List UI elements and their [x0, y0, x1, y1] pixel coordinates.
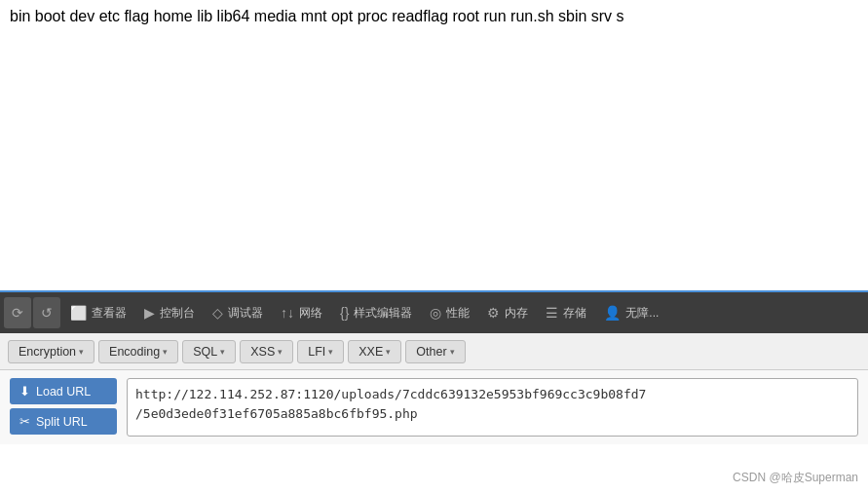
bottom-area: ⬇ Load URL ✂ Split URL http://122.114.25… — [0, 370, 868, 444]
encryption-btn[interactable]: Encryption▾ — [8, 340, 94, 363]
chevron-down-icon: ▾ — [79, 347, 84, 357]
chevron-down-icon: ▾ — [450, 347, 455, 357]
split-icon: ✂ — [19, 414, 30, 429]
action-buttons: ⬇ Load URL ✂ Split URL — [10, 378, 117, 435]
storage-icon: ☰ — [546, 305, 558, 321]
devtools-tab-label-console: 控制台 — [160, 305, 195, 322]
devtools-tab-label-network: 网络 — [299, 305, 322, 322]
xxe-btn[interactable]: XXE▾ — [348, 340, 401, 363]
devtools-tab-debugger[interactable]: ◇调试器 — [205, 297, 271, 328]
other-btn[interactable]: Other▾ — [405, 340, 465, 363]
devtools-tab-console[interactable]: ▶控制台 — [136, 297, 203, 328]
devtools-tab-label-style-editor: 样式编辑器 — [354, 305, 412, 322]
chevron-down-icon: ▾ — [163, 347, 168, 357]
url-input[interactable]: http://122.114.252.87:1120/uploads/7cddc… — [127, 378, 858, 437]
load-url-label: Load URL — [36, 385, 91, 399]
filesystem-text: bin boot dev etc flag home lib lib64 med… — [10, 8, 624, 24]
chevron-down-icon: ▾ — [278, 347, 283, 357]
devtools-tab-network[interactable]: ↑↓网络 — [273, 297, 330, 328]
devtools-tab-label-inspector: 查看器 — [92, 305, 127, 322]
security-toolbar: Encryption▾Encoding▾SQL▾XSS▾LFI▾XXE▾Othe… — [0, 333, 868, 370]
devtools-toolbar: ⟳ ↺⬜查看器▶控制台◇调试器↑↓网络{}样式编辑器◎性能⚙内存☰存储👤无障..… — [0, 292, 868, 333]
devtools-tab-performance[interactable]: ◎性能 — [422, 297, 477, 328]
encoding-btn[interactable]: Encoding▾ — [98, 340, 178, 363]
performance-icon: ◎ — [430, 305, 441, 321]
xss-btn-label: XSS — [250, 345, 275, 359]
devtools-tabs: ↺⬜查看器▶控制台◇调试器↑↓网络{}样式编辑器◎性能⚙内存☰存储👤无障... — [33, 297, 666, 328]
console-icon: ▶ — [144, 305, 155, 321]
refresh-icon: ↺ — [41, 305, 53, 321]
filesystem-output: bin boot dev etc flag home lib lib64 med… — [0, 0, 868, 292]
sql-btn[interactable]: SQL▾ — [182, 340, 236, 363]
style-editor-icon: {} — [340, 305, 349, 321]
devtools-tab-label-performance: 性能 — [446, 305, 470, 322]
devtools-tab-label-accessibility: 无障... — [625, 305, 659, 322]
memory-icon: ⚙ — [487, 305, 500, 321]
split-url-button[interactable]: ✂ Split URL — [10, 408, 117, 435]
devtools-tab-accessibility[interactable]: 👤无障... — [596, 297, 666, 328]
devtools-tab-storage[interactable]: ☰存储 — [538, 297, 594, 328]
lfi-btn-label: LFI — [308, 345, 325, 359]
refresh-icon: ⟳ — [12, 305, 23, 321]
devtools-tab-inspector[interactable]: ⬜查看器 — [62, 297, 134, 328]
lfi-btn[interactable]: LFI▾ — [297, 340, 344, 363]
inspector-icon: ⬜ — [70, 305, 87, 321]
xxe-btn-label: XXE — [359, 345, 383, 359]
watermark: CSDN @哈皮Superman — [733, 470, 858, 486]
load-url-button[interactable]: ⬇ Load URL — [10, 378, 117, 404]
devtools-tab-label-memory: 内存 — [505, 305, 528, 322]
chevron-down-icon: ▾ — [220, 347, 225, 357]
network-icon: ↑↓ — [281, 305, 294, 321]
download-icon: ⬇ — [19, 384, 30, 399]
devtools-tab-refresh[interactable]: ⟳ — [4, 297, 31, 328]
accessibility-icon: 👤 — [604, 305, 621, 321]
chevron-down-icon: ▾ — [386, 347, 391, 357]
other-btn-label: Other — [416, 345, 446, 359]
security-buttons: Encryption▾Encoding▾SQL▾XSS▾LFI▾XXE▾Othe… — [8, 340, 466, 363]
devtools-tab-memory[interactable]: ⚙内存 — [479, 297, 536, 328]
chevron-down-icon: ▾ — [328, 347, 333, 357]
split-url-label: Split URL — [36, 415, 88, 429]
devtools-tab-label-storage: 存储 — [563, 305, 586, 322]
devtools-tab-style-editor[interactable]: {}样式编辑器 — [332, 297, 420, 328]
xss-btn[interactable]: XSS▾ — [240, 340, 293, 363]
encoding-btn-label: Encoding — [109, 345, 160, 359]
devtools-tab-label-debugger: 调试器 — [228, 305, 263, 322]
encryption-btn-label: Encryption — [19, 345, 76, 359]
sql-btn-label: SQL — [193, 345, 217, 359]
debugger-icon: ◇ — [212, 305, 223, 321]
devtools-tab-refresh[interactable]: ↺ — [33, 297, 60, 328]
